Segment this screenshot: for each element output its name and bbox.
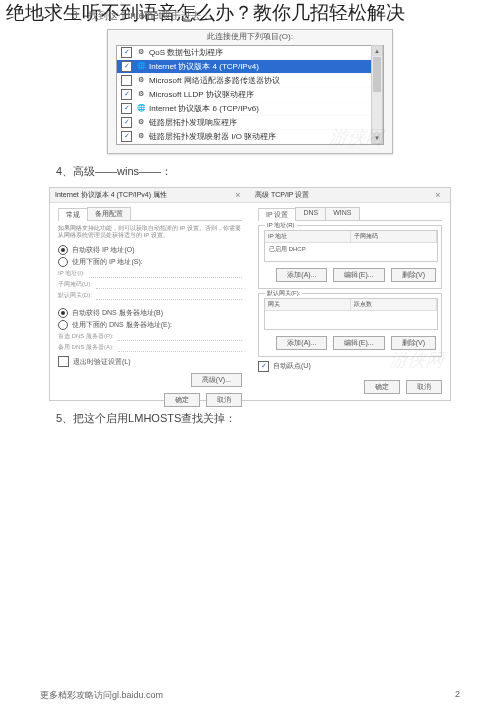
list-caption: 此连接使用下列项目(O): [108, 30, 392, 43]
list-item[interactable]: ⚙Microsoft 网络适配器多路传送器协议 [117, 74, 383, 88]
radio-label: 自动获得 DNS 服务器地址(B) [72, 308, 163, 318]
checkbox-validate[interactable]: 退出时验证设置(L) [58, 356, 242, 367]
scrollbar[interactable]: ▲ ▼ [371, 45, 383, 144]
tab-ip-settings[interactable]: IP 设置 [258, 208, 296, 221]
list-item[interactable]: ⚙QoS 数据包计划程序 [117, 46, 383, 60]
col-ip: IP 地址 [265, 231, 351, 242]
table-row: 已启用 DHCP [265, 243, 437, 256]
protocol-icon: ⚙ [136, 47, 146, 57]
protocol-icon: 🌐 [136, 103, 146, 113]
dialog-title: Internet 协议版本 4 (TCP/IPv4) 属性 [55, 188, 167, 202]
tab-dns[interactable]: DNS [295, 207, 326, 220]
dialog-titlebar: Internet 协议版本 4 (TCP/IPv4) 属性 × [50, 188, 250, 203]
close-icon[interactable]: × [431, 188, 445, 202]
protocol-icon: ⚙ [136, 131, 146, 141]
scroll-up-icon[interactable]: ▲ [372, 46, 382, 56]
remove-button[interactable]: 删除(V) [391, 268, 436, 282]
step-5: 5、把这个启用LMHOSTS查找关掉： [0, 411, 500, 426]
radio-on-icon [58, 245, 68, 255]
ok-button[interactable]: 确定 [364, 380, 400, 394]
checkbox-icon[interactable] [121, 131, 132, 142]
item-label: Microsoft LLDP 协议驱动程序 [149, 89, 254, 100]
item-label: QoS 数据包计划程序 [149, 47, 223, 58]
dialog-title: 高级 TCP/IP 设置 [255, 188, 309, 202]
field-dns2: 备用 DNS 服务器(A): [58, 343, 242, 352]
radio-manual-dns[interactable]: 使用下面的 DNS 服务器地址(E): [58, 320, 242, 330]
tab-general[interactable]: 常规 [58, 208, 88, 221]
advanced-tcpip-dialog: 高级 TCP/IP 设置 × IP 设置 DNS WINS IP 地址(R) I… [250, 188, 450, 400]
checkbox-icon [258, 361, 269, 372]
group-ip-addresses: IP 地址(R) IP 地址子网掩码 已启用 DHCP 添加(A)... 编辑(… [258, 225, 442, 289]
scroll-down-icon[interactable]: ▼ [372, 133, 382, 143]
ip-table: IP 地址子网掩码 已启用 DHCP [264, 230, 438, 262]
item-label: Internet 协议版本 4 (TCP/IPv4) [149, 61, 259, 72]
field-subnet: 子网掩码(U): [58, 280, 242, 289]
close-icon[interactable]: × [231, 188, 245, 202]
page-footer: 更多精彩攻略访问gl.baidu.com 2 [0, 689, 500, 702]
checkbox-icon[interactable] [121, 103, 132, 114]
list-item[interactable]: 🌐Internet 协议版本 6 (TCP/IPv6) [117, 102, 383, 116]
group-gateways: 默认网关(F): 网关跃点数 添加(A)... 编辑(E)... 删除(V) [258, 293, 442, 357]
ipv4-properties-dialog: Internet 协议版本 4 (TCP/IPv4) 属性 × 常规 备用配置 … [50, 188, 251, 400]
checkbox-icon [58, 356, 69, 367]
radio-off-icon [58, 257, 68, 267]
screenshot-dialogs: Internet 协议版本 4 (TCP/IPv4) 属性 × 常规 备用配置 … [49, 187, 451, 401]
item-label: Microsoft 网络适配器多路传送器协议 [149, 75, 280, 86]
item-label: 链路层拓扑发现映射器 I/O 驱动程序 [149, 131, 276, 142]
edit-button[interactable]: 编辑(E)... [333, 336, 384, 350]
item-label: 链路层拓扑发现响应程序 [149, 117, 237, 128]
protocol-icon: ⚙ [136, 75, 146, 85]
item-label: Internet 协议版本 6 (TCP/IPv6) [149, 103, 259, 114]
ok-button[interactable]: 确定 [164, 393, 200, 407]
radio-manual-ip[interactable]: 使用下面的 IP 地址(S): [58, 257, 242, 267]
checkbox-icon[interactable] [121, 61, 132, 72]
tab-alternate[interactable]: 备用配置 [87, 207, 131, 220]
tab-bar: 常规 备用配置 [58, 207, 242, 221]
dialog-titlebar: 高级 TCP/IP 设置 × [250, 188, 450, 203]
group-legend: 默认网关(F): [265, 289, 302, 298]
checkbox-label: 自动跃点(U) [273, 361, 311, 371]
tab-wins[interactable]: WINS [325, 207, 359, 220]
checkbox-icon[interactable] [121, 117, 132, 128]
hint-text: 如果网络支持此功能，则可以获取自动指派的 IP 设置。否则，你需要从网络系统管理… [58, 225, 242, 241]
list-item[interactable]: 🌐Internet 协议版本 4 (TCP/IPv4) [117, 60, 383, 74]
checkbox-auto-metric[interactable]: 自动跃点(U) [258, 361, 442, 372]
radio-auto-ip[interactable]: 自动获得 IP 地址(O) [58, 245, 242, 255]
checkbox-icon[interactable] [121, 47, 132, 58]
field-dns1: 首选 DNS 服务器(P): [58, 332, 242, 341]
advanced-button[interactable]: 高级(V)... [191, 373, 242, 387]
col-gateway: 网关 [265, 299, 351, 310]
radio-label: 使用下面的 DNS 服务器地址(E): [72, 320, 172, 330]
radio-label: 自动获得 IP 地址(O) [72, 245, 134, 255]
footer-link: 更多精彩攻略访问gl.baidu.com [40, 689, 163, 702]
field-ip: IP 地址(I): [58, 269, 242, 278]
add-button[interactable]: 添加(A)... [276, 336, 327, 350]
list-item[interactable]: ⚙Microsoft LLDP 协议驱动程序 [117, 88, 383, 102]
remove-button[interactable]: 删除(V) [391, 336, 436, 350]
list-item[interactable]: ⚙链路层拓扑发现响应程序 [117, 116, 383, 130]
list-item[interactable]: ⚙链路层拓扑发现映射器 I/O 驱动程序 [117, 130, 383, 144]
page-number: 2 [455, 689, 460, 702]
checkbox-icon[interactable] [121, 89, 132, 100]
protocol-icon: ⚙ [136, 89, 146, 99]
radio-label: 使用下面的 IP 地址(S): [72, 257, 143, 267]
col-metric: 跃点数 [351, 299, 437, 310]
protocol-icon: ⚙ [136, 117, 146, 127]
radio-off-icon [58, 320, 68, 330]
scroll-thumb[interactable] [373, 57, 381, 92]
network-items-list: ⚙QoS 数据包计划程序🌐Internet 协议版本 4 (TCP/IPv4)⚙… [116, 45, 384, 145]
step-4: 4、高级——wins——： [0, 164, 500, 179]
cancel-button[interactable]: 取消 [406, 380, 442, 394]
screenshot-network-items: 此连接使用下列项目(O): ⚙QoS 数据包计划程序🌐Internet 协议版本… [107, 29, 393, 154]
gateway-table: 网关跃点数 [264, 298, 438, 330]
checkbox-icon[interactable] [121, 75, 132, 86]
radio-auto-dns[interactable]: 自动获得 DNS 服务器地址(B) [58, 308, 242, 318]
add-button[interactable]: 添加(A)... [276, 268, 327, 282]
col-subnet: 子网掩码 [351, 231, 437, 242]
cancel-button[interactable]: 取消 [206, 393, 242, 407]
edit-button[interactable]: 编辑(E)... [333, 268, 384, 282]
protocol-icon: 🌐 [136, 61, 146, 71]
tab-bar: IP 设置 DNS WINS [258, 207, 442, 221]
checkbox-label: 退出时验证设置(L) [73, 357, 131, 367]
radio-on-icon [58, 308, 68, 318]
